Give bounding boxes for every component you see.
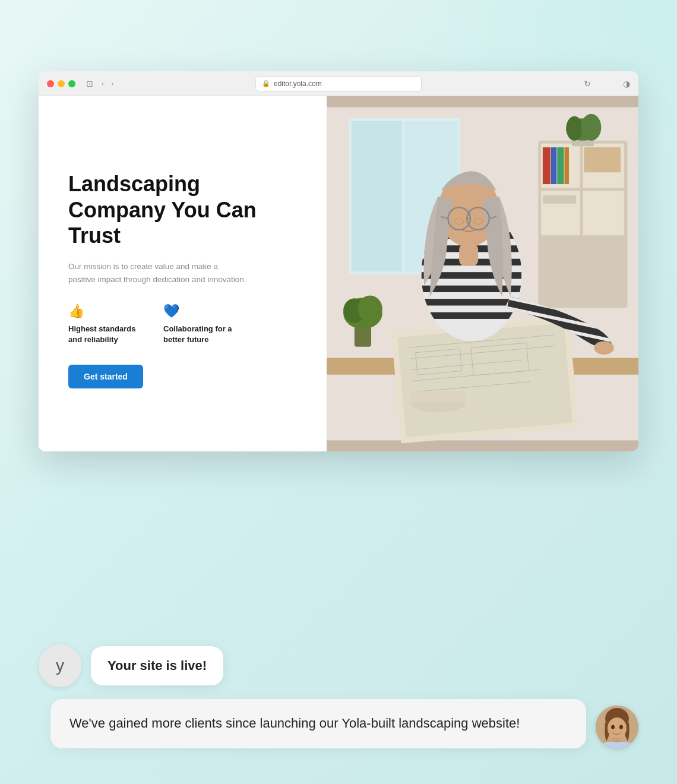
svg-rect-8 bbox=[583, 191, 624, 235]
svg-rect-16 bbox=[564, 147, 569, 184]
thumbsup-icon: 👍 bbox=[68, 304, 145, 319]
browser-content: Landscaping Company You Can Trust Our mi… bbox=[39, 96, 638, 451]
main-heading: Landscaping Company You Can Trust bbox=[68, 171, 303, 248]
svg-rect-39 bbox=[421, 312, 521, 319]
feature-2: 💙 Collaborating for a better future bbox=[163, 304, 241, 345]
svg-point-62 bbox=[608, 717, 627, 739]
svg-point-46 bbox=[594, 341, 614, 355]
features-row: 👍 Highest standards and reliability 💙 Co… bbox=[68, 304, 303, 345]
feature-2-label: Collaborating for a better future bbox=[163, 324, 241, 345]
address-bar[interactable]: 🔒 editor.yola.com bbox=[255, 76, 422, 91]
chat-bubble-1-text: Your site is live! bbox=[107, 658, 207, 673]
hero-image bbox=[327, 96, 638, 451]
traffic-lights bbox=[47, 80, 75, 87]
traffic-light-yellow[interactable] bbox=[58, 80, 65, 87]
traffic-light-green[interactable] bbox=[68, 80, 75, 87]
yola-avatar: y bbox=[39, 644, 81, 687]
svg-point-64 bbox=[619, 725, 623, 729]
svg-point-12 bbox=[581, 114, 601, 141]
browser-window: ⊡ ‹ › ◑ 🔒 editor.yola.com ↻ Landscaping … bbox=[39, 71, 638, 451]
chat-bubble-2-text: We've gained more clients since launchin… bbox=[69, 716, 520, 731]
sidebar-icon[interactable]: ⊡ bbox=[86, 79, 93, 88]
feature-1: 👍 Highest standards and reliability bbox=[68, 304, 145, 345]
svg-point-59 bbox=[358, 296, 382, 323]
hero-illustration bbox=[327, 96, 638, 451]
reload-button[interactable]: ↻ bbox=[584, 79, 591, 88]
browser-chrome: ⊡ ‹ › ◑ 🔒 editor.yola.com ↻ bbox=[39, 71, 638, 96]
url-text: editor.yola.com bbox=[274, 80, 322, 88]
svg-rect-55 bbox=[459, 244, 478, 266]
svg-rect-13 bbox=[543, 147, 551, 184]
lock-icon: 🔒 bbox=[262, 80, 270, 87]
feature-1-label: Highest standards and reliability bbox=[68, 324, 145, 345]
get-started-button[interactable]: Get started bbox=[68, 365, 143, 388]
traffic-light-red[interactable] bbox=[47, 80, 54, 87]
svg-rect-18 bbox=[584, 147, 621, 172]
svg-rect-2 bbox=[352, 121, 401, 271]
left-panel: Landscaping Company You Can Trust Our mi… bbox=[39, 96, 327, 451]
svg-point-63 bbox=[611, 725, 615, 729]
svg-rect-17 bbox=[543, 195, 576, 204]
security-icon: ◑ bbox=[623, 79, 630, 88]
svg-rect-15 bbox=[557, 147, 564, 184]
svg-point-11 bbox=[566, 116, 583, 141]
svg-rect-14 bbox=[551, 147, 556, 184]
user-avatar bbox=[596, 706, 638, 748]
forward-button[interactable]: › bbox=[109, 78, 116, 89]
chat-bubble-1: Your site is live! bbox=[91, 646, 223, 685]
user-avatar-image bbox=[596, 706, 638, 748]
chat-row-2: We've gained more clients since launchin… bbox=[39, 699, 638, 748]
nav-arrows: ‹ › bbox=[99, 78, 116, 89]
chat-row-1: y Your site is live! bbox=[39, 644, 638, 687]
hero-subtext: Our mission is to create value and make … bbox=[68, 260, 246, 286]
svg-rect-30 bbox=[410, 391, 466, 403]
yola-avatar-letter: y bbox=[56, 656, 64, 675]
heart-icon: 💙 bbox=[163, 304, 241, 319]
chat-section: y Your site is live! We've gained more c… bbox=[39, 644, 638, 748]
chat-bubble-2: We've gained more clients since launchin… bbox=[50, 699, 586, 748]
back-button[interactable]: ‹ bbox=[99, 78, 106, 89]
